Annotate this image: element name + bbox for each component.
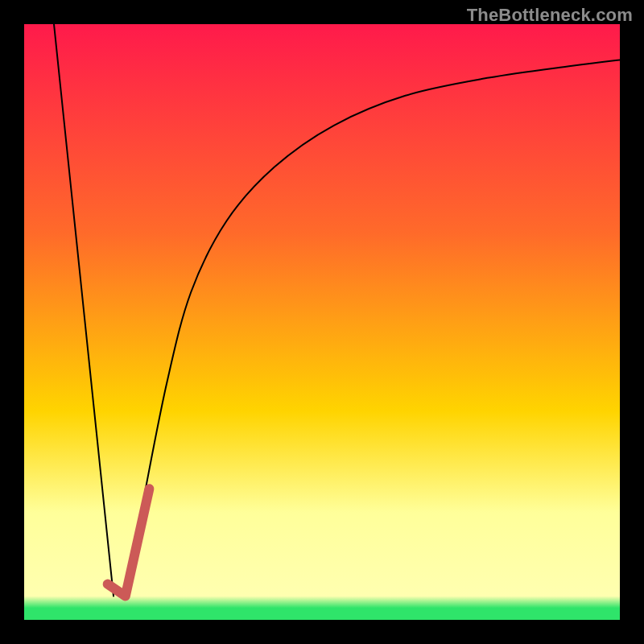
series-right-ascent [126,60,620,596]
plot-area [24,24,620,620]
series-highlight-j [108,489,150,596]
series-left-descent [54,24,114,596]
chart-frame: TheBottleneck.com [0,0,644,644]
chart-curves [24,24,620,620]
watermark-text: TheBottleneck.com [467,5,633,26]
